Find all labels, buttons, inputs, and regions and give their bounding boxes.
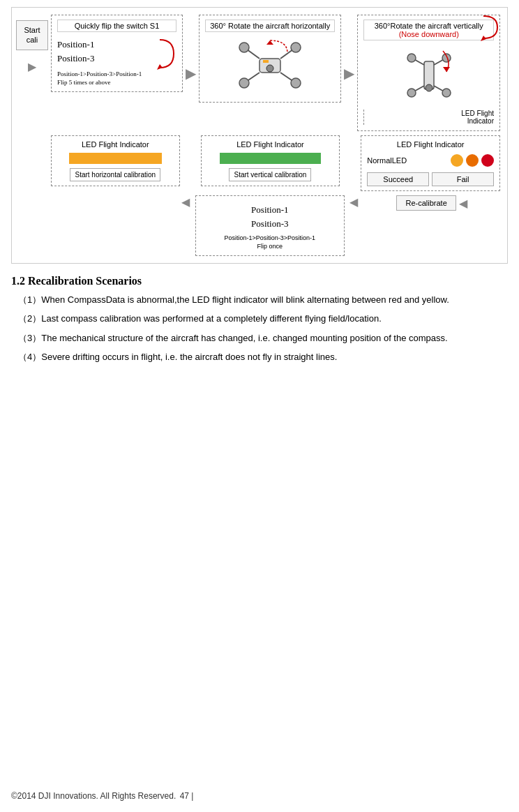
recal-arrow2: ◀ <box>347 195 361 209</box>
step3-title: 360°Rotate the aircraft vertically (Nose… <box>363 20 494 40</box>
recal-arrow: ◀ <box>179 195 193 209</box>
svg-point-6 <box>239 43 249 52</box>
step2-box: 360° Rotate the aircraft horizontally <box>199 15 342 103</box>
led-circles <box>451 154 494 167</box>
scenario-item-1: （1） When CompassData is abnormal,the LED… <box>18 293 508 307</box>
footer-separator: | <box>191 791 193 801</box>
bottom-instruction: Flip once <box>202 243 338 250</box>
svg-point-20 <box>407 89 416 97</box>
led2-title: LED Flight Indicator <box>207 140 334 149</box>
step1-instruction: Flip 5 times or above <box>57 79 154 86</box>
svg-marker-11 <box>266 40 273 45</box>
footer-text: ©2014 DJI Innovations. All Rights Reserv… <box>11 791 176 801</box>
bottom-sequence: Position-1>Position-3>Position-1 <box>202 234 338 243</box>
step1-pos3: Position-3 <box>57 53 154 64</box>
start-cali-label: Start cali <box>16 20 48 50</box>
svg-point-9 <box>291 78 301 88</box>
section-heading: 1.2 Recalibration Scenarios <box>11 275 508 287</box>
led-circle-orange <box>466 154 479 167</box>
normal-led-row: NormalLED <box>367 154 494 167</box>
led1-action: Start horizontal calibration <box>70 168 160 181</box>
svg-point-7 <box>291 43 301 52</box>
scenario-item-3: （3） The mechanical structure of the airc… <box>18 331 508 345</box>
step1-sequence: Position-1>Position-3>Position-1 <box>57 70 154 79</box>
arrow1: ▶ <box>186 65 196 82</box>
step3-title-highlight: (Nose downward) <box>399 30 459 38</box>
step2-title: 360° Rotate the aircraft horizontally <box>205 20 336 32</box>
svg-point-10 <box>266 65 273 72</box>
steps-row: Start cali ▶ Quickly flip the switch S1 … <box>16 15 503 131</box>
start-cali-col: Start cali ▶ <box>16 15 48 73</box>
footer-page: 47 <box>180 791 189 801</box>
scenario-text-3: The mechanical structure of the aircraft… <box>41 331 508 345</box>
arrow2: ▶ <box>344 65 354 82</box>
step1-box: Quickly flip the switch S1 Position-1 Po… <box>51 15 183 92</box>
succeed-fail-row: Succeed Fail <box>367 172 494 186</box>
recalibrate-button[interactable]: Re-calibrate <box>396 195 456 211</box>
drone-vertical-svg <box>405 47 453 103</box>
start-line1: Start <box>24 26 40 34</box>
led1-box: LED Flight Indicator Start horizontal ca… <box>51 135 180 186</box>
succeed-button[interactable]: Succeed <box>367 172 429 186</box>
fail-button[interactable]: Fail <box>432 172 494 186</box>
led3-box: LED Flight Indicator NormalLED Succeed F… <box>361 135 500 191</box>
bottom-pos-box: Position-1 Position-3 Position-1>Positio… <box>195 195 345 256</box>
step1-pos1: Position-1 <box>57 39 154 50</box>
calibration-diagram: Start cali ▶ Quickly flip the switch S1 … <box>11 7 508 264</box>
svg-point-18 <box>407 54 416 62</box>
svg-point-8 <box>239 78 249 88</box>
start-arrow: ▶ <box>16 60 48 73</box>
svg-point-21 <box>442 89 451 97</box>
led2-action: Start vertical calibration <box>229 168 311 181</box>
svg-marker-0 <box>157 64 163 70</box>
scenario-text-4: Severe drifting occurs in flight, i.e. t… <box>41 350 508 364</box>
step1-curved-arrow <box>154 36 176 71</box>
bottom-pos3: Position-3 <box>202 218 338 230</box>
led2-bar <box>220 153 321 164</box>
step3-led-label: LED FlightIndicator <box>363 110 494 125</box>
scenario-num-4: （4） <box>18 350 41 364</box>
svg-marker-24 <box>481 36 486 41</box>
drone-horizontal-svg <box>232 39 308 91</box>
svg-marker-23 <box>443 67 450 72</box>
scenario-num-3: （3） <box>18 331 41 345</box>
bottom-pos1: Position-1 <box>202 204 338 216</box>
scenario-num-1: （1） <box>18 293 41 307</box>
led-circle-yellow <box>451 154 463 167</box>
bottom-curved-arrow <box>479 13 502 41</box>
step1-title: Quickly flip the switch S1 <box>57 20 176 32</box>
start-line2: cali <box>27 36 38 44</box>
scenario-item-2: （2） Last compass calibration was perform… <box>18 312 508 326</box>
scenario-text-2: Last compass calibration was performed a… <box>41 312 508 326</box>
svg-point-22 <box>426 84 433 91</box>
svg-rect-12 <box>263 60 269 63</box>
footer: ©2014 DJI Innovations. All Rights Reserv… <box>11 791 193 801</box>
led-circle-red <box>481 154 494 167</box>
led2-box: LED Flight Indicator Start vertical cali… <box>201 135 340 186</box>
scenario-num-2: （2） <box>18 312 41 326</box>
scenario-list: （1） When CompassData is abnormal,the LED… <box>11 293 508 364</box>
led3-title: LED Flight Indicator <box>367 140 494 149</box>
led1-title: LED Flight Indicator <box>57 140 174 149</box>
scenario-item-4: （4） Severe drifting occurs in flight, i.… <box>18 350 508 364</box>
scenario-text-1: When CompassData is abnormal,the LED fli… <box>41 293 508 307</box>
bottom-section: ◀ Position-1 Position-3 Position-1>Posit… <box>48 195 503 256</box>
normal-led-label: NormalLED <box>367 156 407 165</box>
led-indicators-row: LED Flight Indicator Start horizontal ca… <box>16 135 503 191</box>
recalibrate-area: Re-calibrate ◀ <box>363 195 500 211</box>
led1-bar <box>69 153 162 164</box>
